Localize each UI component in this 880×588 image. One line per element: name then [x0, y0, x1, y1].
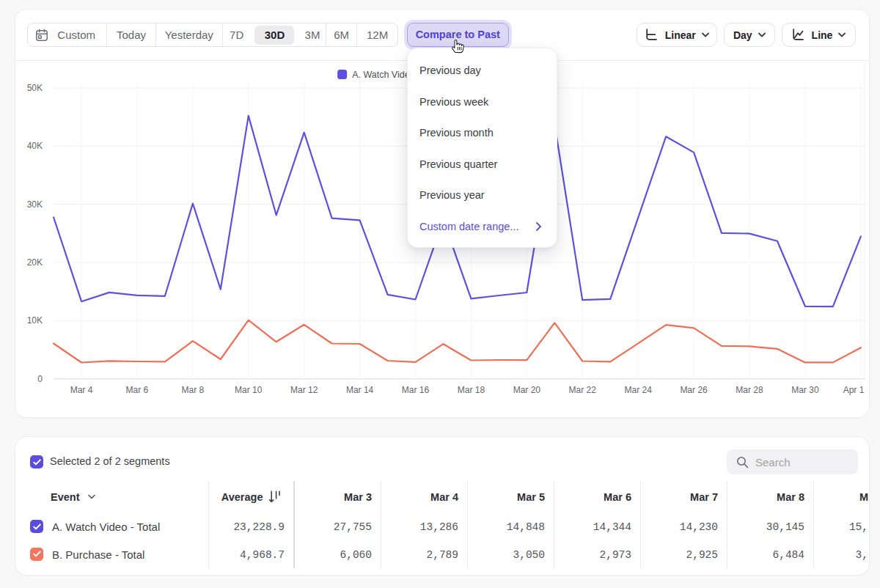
date-range-30d[interactable]: 30D [250, 23, 298, 46]
date-range-custom[interactable]: Custom [28, 23, 106, 46]
chart-type-dropdown-label: Line [812, 29, 833, 41]
x-tick-label: Mar 12 [290, 385, 318, 395]
x-tick-label: Mar 24 [624, 385, 652, 395]
checkmark-icon [33, 551, 41, 557]
search-icon [736, 456, 749, 468]
chart-type-dropdown-button[interactable]: Line [782, 23, 856, 47]
segment-row-label: B. Purchase - Total [52, 548, 144, 561]
date-range-today[interactable]: Today [106, 23, 155, 46]
interval-dropdown-button[interactable]: Day [724, 23, 775, 47]
date-range-label: 3M [305, 29, 320, 41]
date-range-12m[interactable]: 12M [356, 23, 398, 46]
date-range-yesterday[interactable]: Yesterday [155, 23, 222, 46]
scale-dropdown-button[interactable]: Linear [637, 23, 717, 47]
selected-segments-summary: Selected 2 of 2 segments [50, 455, 170, 467]
compare-to-past-label: Compare to Past [416, 29, 500, 40]
y-tick-label: 30K [27, 199, 43, 210]
chevron-down-icon [838, 32, 846, 37]
date-range-label: 6M [334, 29, 349, 41]
date-range-label: Custom [57, 29, 95, 41]
y-tick-label: 0 [37, 374, 43, 384]
column-divider [381, 481, 381, 568]
sort-descending-icon [268, 490, 281, 504]
table-value: 30,145 [731, 521, 804, 533]
date-column-header: Mar 5 [472, 491, 545, 503]
menu-item-previous-week[interactable]: Previous week [408, 87, 557, 118]
date-column-header: Mar 7 [645, 491, 718, 503]
chevron-down-icon [758, 32, 766, 37]
compare-to-past-menu: Previous dayPrevious weekPrevious monthP… [407, 48, 557, 248]
menu-item-previous-day[interactable]: Previous day [408, 55, 557, 87]
interval-dropdown-label: Day [733, 29, 752, 41]
date-range-label: 7D [230, 29, 243, 41]
pinned-column-divider [293, 481, 295, 568]
x-tick-label: Apr 1 [843, 385, 865, 395]
column-divider [467, 481, 468, 568]
table-value: 13,286 [385, 521, 458, 533]
average-value: 23,228.9 [182, 521, 285, 533]
checkmark-icon [33, 523, 41, 530]
table-value-clipped: 15, [795, 521, 868, 533]
date-range-6m[interactable]: 6M [326, 23, 356, 46]
series-line-b [54, 320, 861, 363]
date-range-label: Today [117, 29, 146, 41]
segment-row-checkbox[interactable] [30, 548, 43, 561]
segments-table-card: Selected 2 of 2 segments EventAverageMar… [15, 436, 870, 576]
menu-item-previous-quarter[interactable]: Previous quarter [408, 149, 557, 180]
select-all-checkbox[interactable] [30, 455, 43, 468]
calendar-icon [35, 29, 48, 42]
date-range-segmented-control: CustomTodayYesterday7D30D3M6M12M [27, 23, 398, 47]
table-value: 2,973 [558, 549, 631, 561]
table-value: 2,789 [385, 549, 458, 561]
table-value-clipped: 3, [795, 549, 868, 561]
date-range-7d[interactable]: 7D [222, 23, 251, 46]
chevron-right-icon [536, 222, 541, 231]
x-tick-label: Mar 16 [402, 385, 430, 395]
column-divider [640, 481, 641, 568]
date-range-label: Yesterday [165, 29, 213, 41]
segment-row-label: A. Watch Video - Total [52, 521, 160, 533]
column-divider [554, 481, 554, 568]
x-tick-label: Mar 28 [736, 385, 763, 395]
average-column-header[interactable]: Average [162, 490, 281, 504]
table-value: 14,848 [472, 521, 545, 533]
y-tick-label: 10K [27, 315, 43, 326]
compare-to-past-button[interactable]: Compare to Past [407, 23, 509, 47]
x-tick-label: Mar 22 [569, 385, 597, 395]
table-value: 6,060 [298, 549, 372, 561]
line-chart-icon [791, 28, 805, 42]
scale-dropdown-label: Linear [665, 29, 696, 41]
y-tick-label: 20K [27, 257, 43, 268]
search-input[interactable] [727, 449, 858, 474]
average-header-label: Average [221, 491, 263, 503]
search-placeholder[interactable] [755, 456, 843, 468]
date-range-3m[interactable]: 3M [298, 23, 326, 46]
table-value: 14,344 [558, 521, 631, 533]
table-value: 3,050 [472, 549, 545, 561]
linear-scale-icon [645, 28, 659, 42]
x-tick-label: Mar 4 [70, 385, 93, 395]
x-tick-label: Mar 20 [513, 385, 541, 395]
date-range-label: 30D [265, 29, 285, 41]
menu-item-previous-year[interactable]: Previous year [408, 180, 557, 211]
menu-item-previous-month[interactable]: Previous month [408, 117, 557, 149]
y-tick-label: 40K [27, 141, 43, 151]
menu-item-custom-date-range[interactable]: Custom date range... [408, 211, 557, 243]
event-header-label: Event [51, 491, 80, 503]
event-column-header[interactable]: Event [51, 491, 95, 503]
date-column-header: Mar 4 [385, 491, 458, 503]
date-range-label: 12M [367, 29, 388, 41]
y-tick-label: 50K [27, 83, 43, 93]
x-tick-label: Mar 30 [791, 385, 819, 395]
segment-row-checkbox[interactable] [30, 520, 43, 533]
table-value: 2,925 [645, 549, 718, 561]
date-column-header: Mar 6 [558, 491, 631, 503]
chevron-down-icon [88, 494, 95, 499]
x-tick-label: Mar 18 [458, 385, 485, 395]
x-tick-label: Mar 8 [182, 385, 205, 395]
x-tick-label: Mar 6 [126, 385, 149, 395]
date-column-header-clipped: M [795, 491, 868, 503]
custom-date-range-label: Custom date range... [419, 221, 518, 232]
x-tick-label: Mar 10 [235, 385, 263, 395]
legend-swatch [337, 70, 347, 79]
